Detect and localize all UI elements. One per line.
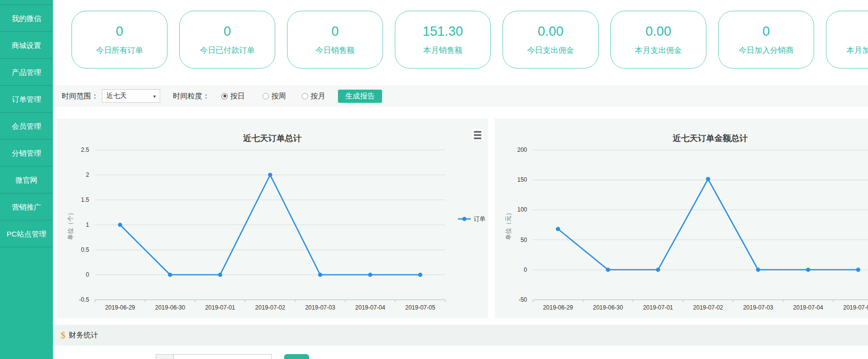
x-tick-label: 2019-07-03 [743, 304, 773, 311]
data-point [118, 223, 122, 227]
data-point [556, 227, 560, 231]
time-range-label: 时间范围： [62, 92, 98, 101]
x-tick-label: 2019-07-02 [255, 304, 286, 311]
sidebar-item-order-mgmt[interactable]: 订单管理 [0, 86, 53, 113]
y-tick-label: 0.5 [81, 246, 89, 253]
stat-cards-row: 0 今日所有订单 0 今日已付款订单 0 今日销售额 151.30 本月销售额 … [53, 0, 868, 69]
report-filter-bar: 时间范围： 近七天 ▾ 时间粒度： 按日 按周 按月 生成报告 [53, 85, 868, 107]
chevron-down-icon: ▾ [153, 94, 156, 99]
finance-search-input[interactable] [173, 354, 272, 359]
radio-by-week[interactable]: 按周 [263, 92, 286, 101]
stat-label: 本月销售额 [423, 46, 462, 56]
order-amount-chart-panel: 近七天订单金额总计单位（元）-500501001502002019-06-292… [495, 119, 868, 318]
sidebar-item-micro-site[interactable]: 微官网 [0, 167, 53, 193]
stat-value: 0 [116, 24, 123, 39]
y-tick-label: 100 [517, 206, 527, 213]
sidebar-item-marketing[interactable]: 营销推广 [0, 193, 53, 220]
radio-button-icon[interactable] [221, 93, 228, 99]
granularity-label: 时间粒度： [173, 92, 210, 101]
stat-value: 0 [223, 24, 231, 39]
data-point [168, 273, 172, 277]
stat-card-today-paid-orders: 0 今日已付款订单 [179, 11, 275, 69]
x-tick-label: 2019-06-30 [593, 304, 624, 311]
y-tick-label: 200 [517, 146, 527, 153]
orders-chart-panel: 近七天订单总计单位（个）-0.500.511.522.52019-06-2920… [57, 119, 488, 318]
orders-count-chart: 近七天订单总计单位（个）-0.500.511.522.52019-06-2920… [57, 119, 488, 318]
data-point [806, 268, 810, 272]
stat-card-month-commission: 0.00 本月支出佣金 [610, 11, 706, 69]
y-tick-label: 0 [86, 271, 89, 278]
stat-card-today-new-distributors: 0 今日加入分销商 [718, 11, 814, 69]
data-point [706, 177, 710, 181]
data-point [756, 268, 760, 272]
radio-by-month[interactable]: 按月 [302, 92, 325, 101]
x-tick-label: 2019-07-01 [643, 304, 674, 311]
x-tick-label: 2019-06-30 [155, 304, 186, 311]
order-amount-chart: 近七天订单金额总计单位（元）-500501001502002019-06-292… [495, 119, 868, 318]
y-tick-label: 2 [86, 171, 89, 178]
y-axis-name: 单位（元） [505, 210, 512, 240]
hamburger-bar [474, 134, 482, 136]
data-point [418, 273, 423, 277]
radio-label: 按月 [311, 92, 325, 101]
data-point [656, 268, 660, 272]
stat-card-month-sales: 151.30 本月销售额 [395, 11, 491, 69]
generate-report-button[interactable]: 生成报告 [338, 90, 382, 103]
chart-toolbox-menu-icon[interactable] [471, 128, 484, 141]
stat-label: 今日支出佣金 [527, 46, 574, 56]
finance-search-button[interactable] [284, 354, 309, 359]
hamburger-bar [474, 138, 482, 139]
sidebar-item-distribution-mgmt[interactable]: 分销管理 [0, 140, 53, 167]
time-range-selected-value: 近七天 [106, 92, 127, 100]
x-tick-label: 2019-07-01 [205, 304, 236, 311]
stat-card-month-new-distributors: 0 本月加入分销商 [826, 11, 868, 69]
series-line [558, 179, 858, 270]
sidebar-item-product-mgmt[interactable]: 产品管理 [0, 59, 53, 86]
stat-card-today-sales: 0 今日销售额 [287, 11, 383, 69]
stat-label: 今日销售额 [315, 46, 355, 56]
stat-card-today-commission: 0.00 今日支出佣金 [503, 11, 599, 69]
sidebar-item-partial [0, 0, 53, 5]
y-axis-name: 单位（个） [67, 210, 74, 240]
radio-button-icon[interactable] [302, 93, 308, 99]
dollar-icon: $ [61, 330, 66, 341]
stat-label: 本月支出佣金 [635, 46, 682, 56]
legend-label: 订单 [474, 215, 485, 222]
stat-label: 本月加入分销商 [846, 46, 868, 56]
finance-section-title: 财务统计 [69, 331, 98, 340]
data-point [856, 268, 861, 272]
sidebar: 我的微信 商城设置 产品管理 订单管理 会员管理 分销管理 微官网 营销推广 P… [0, 0, 53, 359]
sidebar-item-my-wechat[interactable]: 我的微信 [0, 5, 53, 32]
stat-value: 0.00 [646, 24, 672, 39]
radio-button-icon[interactable] [263, 93, 269, 99]
finance-section-header: $ 财务统计 [53, 325, 868, 346]
x-tick-label: 2019-07-05 [405, 304, 435, 311]
radio-by-day[interactable]: 按日 [221, 92, 245, 101]
sidebar-item-pc-site-mgmt[interactable]: PC站点管理 [0, 220, 53, 247]
stat-label: 今日所有订单 [96, 46, 143, 56]
finance-filter-row [53, 354, 868, 359]
data-point [268, 173, 272, 177]
stat-value: 0 [762, 24, 770, 39]
y-tick-label: -0.5 [79, 296, 89, 303]
charts-row: 近七天订单总计单位（个）-0.500.511.522.52019-06-2920… [57, 119, 868, 318]
data-point [318, 273, 322, 277]
chart-title: 近七天订单金额总计 [673, 133, 748, 143]
y-tick-label: 1 [86, 221, 89, 228]
x-tick-label: 2019-07-04 [355, 304, 386, 311]
sidebar-item-mall-settings[interactable]: 商城设置 [0, 32, 53, 59]
y-tick-label: 150 [517, 176, 527, 183]
radio-label: 按周 [271, 92, 286, 101]
x-tick-label: 2019-06-29 [105, 304, 135, 311]
legend-item[interactable]: 订单 [458, 215, 485, 222]
x-tick-label: 2019-07-05 [843, 304, 868, 311]
sidebar-item-member-mgmt[interactable]: 会员管理 [0, 113, 53, 140]
time-range-select[interactable]: 近七天 ▾ [102, 89, 160, 103]
y-tick-label: 1.5 [81, 196, 89, 203]
x-tick-label: 2019-07-02 [693, 304, 723, 311]
stat-value: 0.00 [538, 24, 564, 39]
x-tick-label: 2019-07-03 [305, 304, 336, 311]
legend-marker-dot [462, 217, 467, 221]
data-point [218, 273, 222, 277]
y-tick-label: 50 [521, 237, 528, 243]
